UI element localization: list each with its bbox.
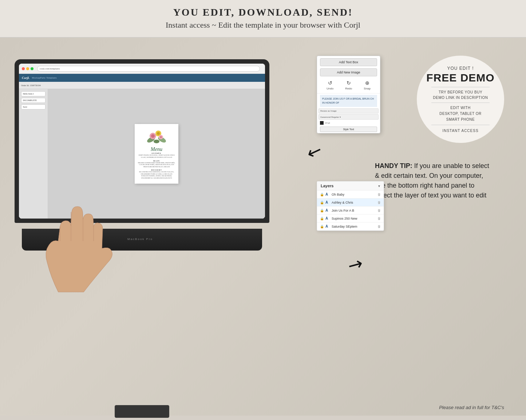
- handy-tip-area: HANDY TIP: If you are unable to select &…: [375, 161, 506, 200]
- free-demo-instant: INSTANT ACCESS: [442, 129, 478, 133]
- corjl-edit-panel: Add Text Box Add New Image ↺ Undo ↻ Redo…: [317, 56, 380, 133]
- layer-item-oh-baby[interactable]: 🔒 A Oh Baby 🗑: [317, 191, 384, 199]
- corjl-nav-section: MockupParty Templates: [32, 76, 56, 79]
- panel-size-row: 14 pt: [317, 120, 380, 125]
- browser-chrome: corjl.com/templates: [19, 64, 265, 74]
- add-new-image-btn[interactable]: Add New Image: [320, 68, 377, 76]
- browser-url-bar[interactable]: corjl.com/templates: [37, 66, 260, 72]
- layer-item-ashley-chris[interactable]: 🔒 A Ashley & Chris 🗑: [317, 199, 384, 207]
- add-text-box-btn[interactable]: Add Text Box: [320, 58, 377, 66]
- free-demo-circle: YOU EDIT ! FREE DEMO TRY BEFORE YOU BUY …: [417, 56, 504, 143]
- layers-chevron-icon[interactable]: ▾: [378, 184, 380, 188]
- undo-icon: ↺: [328, 80, 332, 86]
- main-content: corjl.com/templates Corjl. MockupParty T…: [0, 37, 526, 416]
- header-banner: YOU EDIT, DOWNLOAD, SEND! Instant access…: [0, 0, 526, 37]
- delete-icon[interactable]: 🗑: [377, 209, 381, 212]
- lock-icon: 🔒: [320, 193, 324, 196]
- layer-name: Ashley & Chris: [332, 201, 376, 204]
- sidebar-item-3[interactable]: Save: [21, 104, 46, 109]
- font-size: 14 pt: [325, 122, 330, 124]
- redo-icon: ↻: [347, 80, 351, 86]
- layers-panel: Layers ▾ 🔒 A Oh Baby 🗑 🔒 A Ashley & Chri…: [317, 181, 384, 231]
- layer-type-a: A: [325, 200, 330, 204]
- menu-entree-section: ENTRÉE CRISPY PEKING DUCK ROLL, SWEET & …: [138, 152, 175, 158]
- free-demo-divider-2: [431, 103, 490, 103]
- sidebar-item-1[interactable]: Hello Item 1: [21, 91, 46, 96]
- trackpad: [115, 405, 169, 418]
- free-demo-try-line1: TRY BEFORE YOU BUY: [439, 89, 482, 95]
- delete-icon[interactable]: 🗑: [377, 225, 381, 228]
- layer-type-a: A: [325, 208, 330, 212]
- svg-point-2: [154, 140, 159, 143]
- handy-tip-text: HANDY TIP: If you are unable to select &…: [375, 161, 506, 200]
- header-title: YOU EDIT, DOWNLOAD, SEND!: [0, 7, 526, 18]
- invite-text: PLEASE JOIN US F OR A BRIDAL BRUN CH IN …: [322, 97, 374, 104]
- layer-type-a: A: [325, 224, 330, 228]
- arrow-to-layers: ↙: [344, 253, 367, 278]
- lock-icon: 🔒: [320, 209, 324, 212]
- menu-dessert-section: DESSERT BE CONSTRUCTED JOHNSTON, COCONUT…: [138, 169, 175, 179]
- delete-icon[interactable]: 🗑: [377, 201, 381, 204]
- color-box[interactable]: [320, 121, 324, 125]
- delete-icon[interactable]: 🗑: [377, 217, 381, 220]
- browser-close-dot: [22, 67, 25, 70]
- svg-point-4: [157, 132, 160, 135]
- delete-icon[interactable]: 🗑: [377, 193, 381, 196]
- header-subtitle: Instant access ~ Edit the template in yo…: [0, 20, 526, 30]
- lock-icon: 🔒: [320, 225, 324, 228]
- snap-tool[interactable]: ⊕ Snap: [364, 80, 371, 90]
- font-label: Garamond Regular ▾: [320, 116, 341, 118]
- layers-header: Layers ▾: [317, 181, 384, 191]
- redo-label: Redo: [345, 87, 352, 90]
- corjl-nav-items: MockupParty Templates: [32, 76, 56, 79]
- undo-label: Undo: [327, 87, 333, 90]
- panel-toolbar: ↺ Undo ↻ Redo ⊕ Snap: [317, 77, 380, 93]
- free-demo-divider-3: [431, 125, 490, 125]
- layer-name: Supinos 250 New: [332, 217, 376, 220]
- corjl-toolbar: Order Id: 1509758194: [19, 82, 265, 89]
- arrow-to-panel: ↙: [305, 139, 325, 163]
- menu-card: Menu ENTRÉE CRISPY PEKING DUCK ROLL, SWE…: [135, 124, 178, 183]
- layer-name: Oh Baby: [332, 193, 376, 196]
- lock-icon: 🔒: [320, 217, 324, 220]
- free-demo-you-edit-label: YOU EDIT !: [447, 66, 474, 71]
- corjl-logo: Corjl.: [22, 76, 29, 80]
- undo-tool[interactable]: ↺ Undo: [327, 80, 333, 90]
- panel-font-select[interactable]: Garamond Regular ▾: [319, 114, 379, 120]
- invite-preview: PLEASE JOIN US F OR A BRIDAL BRUN CH IN …: [320, 95, 377, 107]
- layer-type-a: A: [325, 216, 330, 220]
- menu-card-flowers: [146, 127, 167, 145]
- restore-label: Resize as Image: [320, 110, 337, 112]
- menu-dessert-items: BE CONSTRUCTED JOHNSTON, COCONUT GELATO,…: [138, 171, 175, 179]
- layers-title: Layers: [321, 184, 333, 188]
- laptop-area: corjl.com/templates Corjl. MockupParty T…: [15, 59, 288, 343]
- layer-item-join-us[interactable]: 🔒 A Join Us For A B 🗑: [317, 207, 384, 215]
- order-id-label: Order Id: 1509758194: [21, 84, 41, 87]
- style-text-btn[interactable]: Style Text: [320, 127, 377, 132]
- layer-item-supinos[interactable]: 🔒 A Supinos 250 New 🗑: [317, 215, 384, 223]
- svg-point-8: [160, 136, 162, 138]
- svg-point-6: [151, 134, 155, 138]
- free-demo-edit-with: EDIT WITHDESKTOP, TABLET ORSMART PHONE: [439, 105, 481, 123]
- footer-note: Please read ad in full for T&C's: [439, 405, 504, 410]
- snap-icon: ⊕: [365, 80, 369, 86]
- panel-small-toolbar: Resize as Image: [319, 108, 379, 113]
- hand-svg-area: [29, 190, 138, 299]
- browser-url-text: corjl.com/templates: [40, 67, 60, 70]
- redo-tool[interactable]: ↻ Redo: [345, 80, 352, 90]
- free-demo-try-line2: DEMO LINK IN DESCRIPTION: [433, 95, 488, 100]
- handy-tip-label: HANDY TIP:: [375, 162, 412, 169]
- menu-entree-items: CRISPY PEKING DUCK ROLL, SWEET & SOUR CI…: [138, 154, 175, 158]
- layer-type-a: A: [325, 192, 330, 196]
- layer-item-saturday[interactable]: 🔒 A Saturday SEptem 🗑: [317, 223, 384, 231]
- lock-icon: 🔒: [320, 201, 324, 204]
- snap-label: Snap: [364, 87, 371, 90]
- menu-card-title: Menu: [138, 147, 175, 152]
- menu-main-section: MAIN BRAISED GUINNESS BEEF SHORT RIBS, O…: [138, 160, 175, 168]
- menu-main-items: BRAISED GUINNESS BEEF SHORT RIBS, ONION …: [138, 162, 175, 168]
- free-demo-divider-1: [431, 87, 490, 87]
- sidebar-item-2[interactable]: INCOMPLETE: [21, 98, 46, 103]
- layer-name: Join Us For A B: [332, 209, 376, 212]
- browser-min-dot: [26, 67, 29, 70]
- layer-name: Saturday SEptem: [332, 225, 376, 228]
